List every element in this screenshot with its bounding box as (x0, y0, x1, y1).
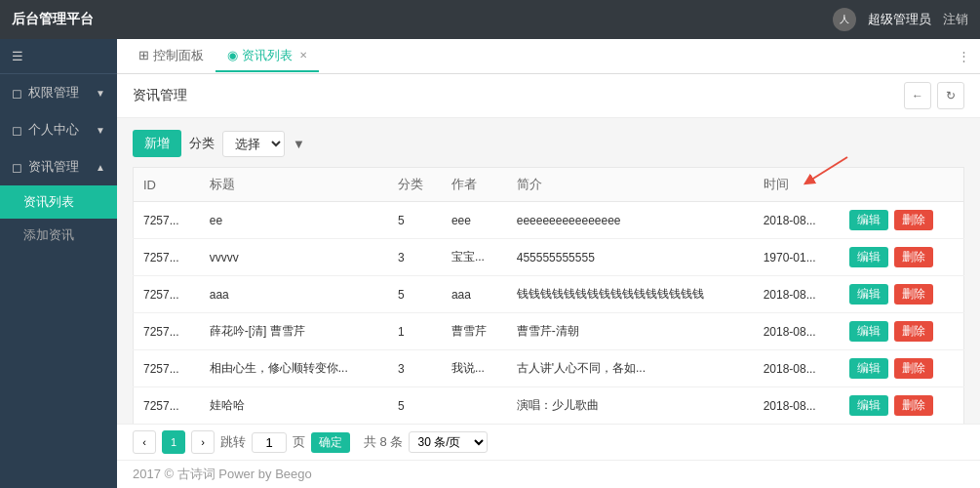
news-list-tab-label: 资讯列表 (242, 47, 293, 64)
main-content: 新增 分类 选择 1 2 3 4 5 ▼ (117, 118, 980, 424)
cell-category: 5 (388, 387, 442, 425)
cell-actions: 编辑 删除 (840, 239, 964, 276)
cell-author: 我说... (442, 350, 507, 387)
edit-btn[interactable]: 编辑 (849, 210, 888, 230)
sidebar-item-permissions[interactable]: ◻ 权限管理 ▼ (0, 74, 117, 111)
table-row: 7257... 娃哈哈 5 演唱：少儿歌曲 2018-08... 编辑 删除 (134, 387, 964, 425)
page-actions: ← ↻ (904, 82, 964, 109)
tab-news-list[interactable]: ◉ 资讯列表 ✕ (216, 41, 319, 72)
news-list-label: 资讯列表 (23, 194, 74, 209)
cell-time: 2018-08... (754, 276, 840, 313)
page-title: 资讯管理 (133, 87, 187, 104)
cell-author: 宝宝... (442, 239, 507, 276)
page-confirm-btn[interactable]: 确定 (311, 432, 350, 453)
cell-id: 7257... (134, 350, 200, 387)
cell-id: 7257... (134, 313, 200, 350)
cell-title: 娃哈哈 (200, 387, 388, 425)
edit-btn[interactable]: 编辑 (849, 321, 888, 342)
cell-title: ee (200, 202, 388, 239)
col-id: ID (134, 168, 200, 202)
total-text: 共 8 条 (364, 433, 403, 451)
page-size-select[interactable]: 30 条/页 50 条/页 100 条/页 (409, 431, 488, 453)
tab-dashboard[interactable]: ⊞ 控制面板 (127, 41, 216, 72)
cell-title: vvvvv (200, 239, 388, 276)
sidebar-toggle[interactable]: ☰ (0, 39, 117, 74)
news-icon: ◻ (12, 160, 22, 175)
next-page-btn[interactable]: › (191, 430, 215, 454)
pagination: ‹ 1 › 跳转 页 确定 共 8 条 30 条/页 50 条/页 100 条/… (117, 424, 980, 460)
cell-actions: 编辑 删除 (840, 387, 964, 425)
cell-author: eee (442, 202, 507, 239)
username: 超级管理员 (868, 11, 931, 28)
col-author: 作者 (442, 168, 507, 202)
avatar: 人 (833, 8, 856, 31)
page-jump-input[interactable] (252, 432, 287, 453)
cell-actions: 编辑 删除 (840, 202, 964, 239)
cell-id: 7257... (134, 202, 200, 239)
col-actions (840, 168, 964, 202)
permissions-arrow: ▼ (96, 88, 105, 99)
top-nav-left: 后台管理平台 (12, 11, 94, 28)
toolbar: 新增 分类 选择 1 2 3 4 5 ▼ (133, 130, 964, 157)
cell-id: 7257... (134, 239, 200, 276)
logout-btn[interactable]: 注销 (943, 11, 968, 28)
personal-arrow: ▼ (96, 125, 105, 136)
cell-actions: 编辑 删除 (840, 313, 964, 350)
news-arrow: ▲ (96, 162, 105, 173)
tab-more-btn[interactable]: ⋮ (958, 49, 970, 63)
sidebar-item-personal[interactable]: ◻ 个人中心 ▼ (0, 111, 117, 148)
add-news-label: 添加资讯 (23, 227, 74, 242)
refresh-btn[interactable]: ↻ (937, 82, 964, 109)
category-filter[interactable]: 选择 1 2 3 4 5 (222, 131, 285, 157)
delete-btn[interactable]: 删除 (894, 247, 933, 267)
add-button[interactable]: 新增 (133, 130, 181, 157)
prev-page-btn[interactable]: ‹ (133, 430, 156, 454)
table-row: 7257... vvvvv 3 宝宝... 455555555555 1970-… (134, 239, 964, 276)
permissions-icon: ◻ (12, 86, 22, 101)
sidebar-item-label: 资讯管理 (28, 158, 79, 176)
tab-bar: ⊞ 控制面板 ◉ 资讯列表 ✕ ⋮ (117, 39, 980, 74)
delete-btn[interactable]: 删除 (894, 210, 933, 230)
edit-btn[interactable]: 编辑 (849, 284, 888, 305)
nav-logo: 后台管理平台 (12, 11, 94, 28)
sidebar-sub-item-news-list[interactable]: 资讯列表 (0, 185, 117, 219)
content-area: ⊞ 控制面板 ◉ 资讯列表 ✕ ⋮ 资讯管理 ← ↻ 新增 分类 (117, 39, 980, 488)
cell-actions: 编辑 删除 (840, 276, 964, 313)
delete-btn[interactable]: 删除 (894, 358, 933, 379)
cell-time: 2018-08... (754, 313, 840, 350)
cell-desc: 古人讲'人心不同，各如... (507, 350, 754, 387)
cell-id: 7257... (134, 276, 200, 313)
filter-arrow: ▼ (293, 137, 305, 151)
jump-label: 跳转 (220, 433, 246, 451)
cell-time: 2018-08... (754, 202, 840, 239)
cell-category: 5 (388, 276, 442, 313)
personal-icon: ◻ (12, 123, 22, 138)
page-header: 资讯管理 ← ↻ (117, 74, 980, 118)
cell-category: 3 (388, 239, 442, 276)
cell-time: 2018-08... (754, 350, 840, 387)
page-1-btn[interactable]: 1 (162, 430, 185, 454)
edit-btn[interactable]: 编辑 (849, 358, 888, 379)
sidebar-item-news[interactable]: ◻ 资讯管理 ▲ (0, 148, 117, 185)
edit-btn[interactable]: 编辑 (849, 247, 888, 267)
table-row: 7257... aaa 5 aaa 钱钱钱钱钱钱钱钱钱钱钱钱钱钱钱钱 2018-… (134, 276, 964, 313)
cell-desc: 曹雪芹-清朝 (507, 313, 754, 350)
delete-btn[interactable]: 删除 (894, 395, 933, 416)
edit-btn[interactable]: 编辑 (849, 395, 888, 416)
delete-btn[interactable]: 删除 (894, 284, 933, 305)
col-title: 标题 (200, 168, 388, 202)
cell-author: aaa (442, 276, 507, 313)
col-category: 分类 (388, 168, 442, 202)
cell-category: 1 (388, 313, 442, 350)
dashboard-tab-icon: ⊞ (138, 48, 149, 62)
tab-close-icon[interactable]: ✕ (299, 50, 307, 61)
cell-desc: 钱钱钱钱钱钱钱钱钱钱钱钱钱钱钱钱 (507, 276, 754, 313)
delete-btn[interactable]: 删除 (894, 321, 933, 342)
top-nav: 后台管理平台 人 超级管理员 注销 (0, 0, 980, 39)
back-btn[interactable]: ← (904, 82, 931, 109)
sidebar: ☰ ◻ 权限管理 ▼ ◻ 个人中心 ▼ ◻ 资讯管理 ▲ 资讯列表 添加资讯 (0, 39, 117, 488)
cell-title: 相由心生，修心顺转变你... (200, 350, 388, 387)
cell-desc: 演唱：少儿歌曲 (507, 387, 754, 425)
table-row: 7257... ee 5 eee eeeeeeeeeeeeeeee 2018-0… (134, 202, 964, 239)
sidebar-sub-item-add-news[interactable]: 添加资讯 (0, 219, 117, 252)
